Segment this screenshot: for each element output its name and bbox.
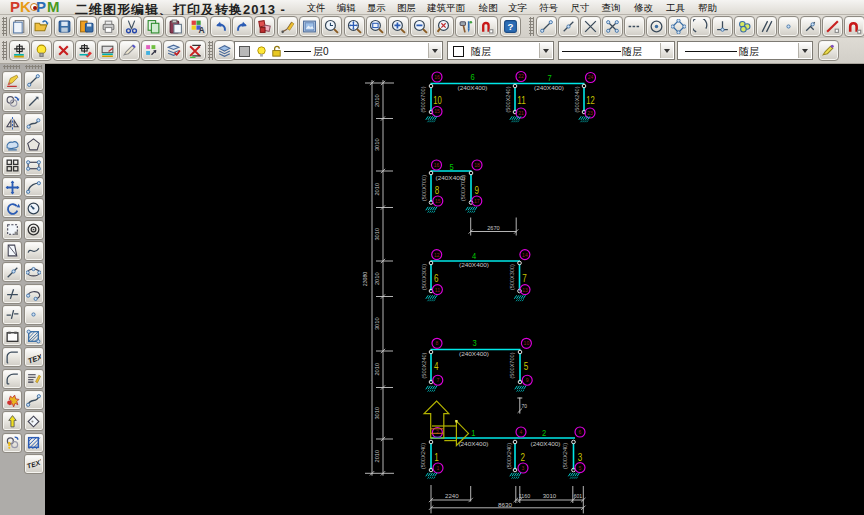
svg-text:16: 16: [434, 74, 440, 80]
svg-text:7: 7: [547, 73, 551, 83]
svg-text:2240: 2240: [445, 493, 459, 499]
svg-text:A: A: [199, 25, 205, 34]
svg-text:(500X700): (500X700): [509, 352, 515, 378]
svg-text:(500X240): (500X240): [420, 443, 426, 469]
svg-text:15: 15: [434, 108, 440, 114]
svg-text:2010: 2010: [374, 449, 380, 462]
svg-text:(240X400): (240X400): [458, 85, 488, 91]
svg-text:2010: 2010: [374, 182, 380, 195]
svg-text:6: 6: [470, 72, 474, 82]
svg-text:16: 16: [434, 162, 440, 168]
svg-text:2010: 2010: [374, 94, 380, 107]
svg-text:3: 3: [522, 465, 525, 471]
svg-text:24: 24: [588, 74, 594, 80]
svg-text:(500X240): (500X240): [421, 352, 427, 378]
svg-text:5: 5: [524, 361, 529, 372]
svg-text:2: 2: [542, 428, 546, 438]
svg-text:3: 3: [578, 452, 583, 463]
svg-text:(500X300): (500X300): [421, 264, 427, 290]
svg-text:3010: 3010: [374, 138, 380, 151]
svg-text:6: 6: [579, 429, 582, 435]
svg-text:(500X300): (500X300): [509, 264, 515, 290]
svg-text:23080: 23080: [361, 271, 368, 286]
svg-text:6: 6: [434, 273, 439, 284]
svg-text:(500X240): (500X240): [506, 443, 512, 469]
svg-text:3010: 3010: [374, 317, 380, 330]
svg-text:TEXT: TEXT: [27, 350, 41, 365]
svg-text:12: 12: [434, 252, 440, 258]
svg-text:10: 10: [433, 95, 442, 106]
svg-text:11: 11: [517, 95, 526, 106]
svg-text:9: 9: [475, 185, 480, 196]
svg-text:(500X700): (500X700): [460, 175, 466, 201]
svg-text:(240X400): (240X400): [459, 262, 489, 268]
svg-text:22: 22: [518, 73, 524, 79]
svg-text:15: 15: [435, 198, 441, 204]
svg-text:1160: 1160: [519, 493, 531, 499]
svg-text:14: 14: [522, 252, 528, 258]
svg-text:3010: 3010: [543, 493, 557, 499]
svg-text:70: 70: [521, 403, 527, 409]
svg-text:TEXT: TEXT: [26, 458, 41, 470]
svg-text:1: 1: [471, 428, 475, 438]
svg-text:1: 1: [437, 465, 440, 471]
svg-text:18: 18: [474, 162, 480, 168]
svg-text:601: 601: [574, 493, 583, 499]
svg-text:10: 10: [524, 340, 530, 346]
svg-text:21: 21: [518, 110, 524, 116]
svg-text:(500X240): (500X240): [505, 86, 511, 112]
svg-text:4: 4: [434, 361, 439, 372]
svg-text:8: 8: [435, 185, 440, 196]
svg-text:3: 3: [473, 338, 477, 348]
svg-text:2010: 2010: [374, 362, 380, 375]
svg-text:8630: 8630: [498, 502, 513, 508]
svg-text:(240X400): (240X400): [458, 441, 488, 447]
svg-text:3010: 3010: [374, 227, 380, 240]
svg-text:12: 12: [586, 95, 595, 106]
svg-text:(240X400): (240X400): [531, 441, 561, 447]
svg-text:23: 23: [587, 110, 593, 116]
svg-text:17: 17: [474, 198, 480, 204]
svg-text:3010: 3010: [374, 406, 380, 419]
svg-text:5: 5: [449, 162, 453, 172]
svg-text:(240X400): (240X400): [459, 351, 489, 357]
svg-text:8: 8: [436, 340, 439, 346]
svg-text:2: 2: [521, 452, 526, 463]
svg-text:7: 7: [522, 273, 527, 284]
svg-text:9: 9: [526, 377, 529, 383]
svg-text:?: ?: [507, 21, 513, 32]
svg-text:2670: 2670: [487, 225, 500, 231]
svg-text:13: 13: [522, 287, 528, 293]
svg-text:2010: 2010: [374, 272, 380, 285]
svg-text:(500X240): (500X240): [574, 86, 580, 112]
svg-text:2: 2: [436, 429, 439, 435]
svg-text:5: 5: [579, 465, 582, 471]
svg-text:(500X240): (500X240): [562, 443, 568, 469]
svg-text:4: 4: [520, 429, 523, 435]
svg-text:7: 7: [436, 377, 439, 383]
svg-text:1: 1: [434, 452, 439, 463]
svg-text:11: 11: [435, 287, 440, 293]
svg-text:(500X700): (500X700): [420, 86, 426, 112]
svg-text:4: 4: [472, 251, 476, 261]
svg-text:(240X400): (240X400): [534, 85, 564, 91]
svg-text:(500X700): (500X700): [421, 175, 427, 201]
